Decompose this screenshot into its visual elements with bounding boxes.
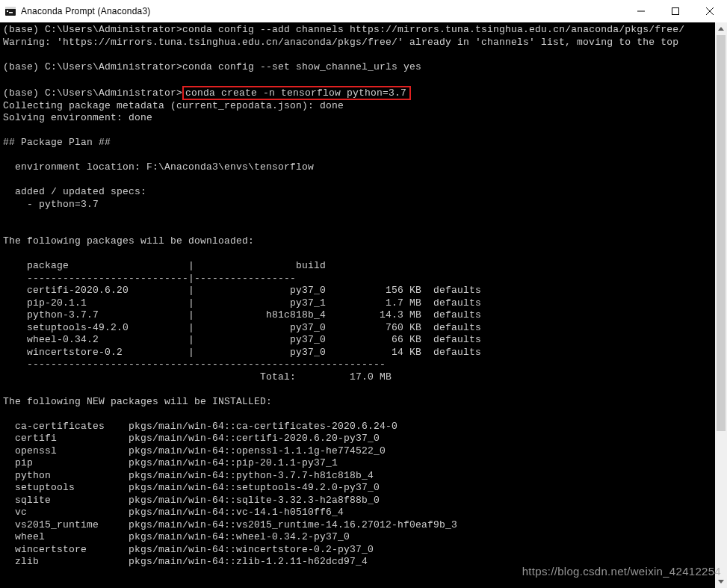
vertical-scrollbar[interactable] xyxy=(715,22,727,588)
terminal-prompt: (base) C:\Users\Administrator> xyxy=(3,61,182,72)
maximize-button[interactable] xyxy=(658,0,693,22)
install-row: python pkgs/main/win-64::python-3.7.7-h8… xyxy=(3,470,374,481)
terminal-command: conda config --add channels https://mirr… xyxy=(182,24,684,35)
downloads-header: The following packages will be downloade… xyxy=(3,235,254,247)
table-row: wheel-0.34.2 | py37_0 66 KB defaults xyxy=(3,334,481,345)
table-divider: ---------------------------|------------… xyxy=(3,273,296,284)
terminal-app-icon xyxy=(4,5,16,17)
install-row: setuptools pkgs/main/win-64::setuptools-… xyxy=(3,482,380,493)
install-row: openssl pkgs/main/win-64::openssl-1.1.1g… xyxy=(3,445,386,457)
terminal-warning: Warning: 'https://mirrors.tuna.tsinghua.… xyxy=(3,37,678,48)
svg-rect-3 xyxy=(9,12,13,13)
table-total: Total: 17.0 MB xyxy=(3,371,392,383)
env-location: environment location: F:\Anaconda3\envs\… xyxy=(3,161,314,173)
install-row: wincertstore pkgs/main/win-64::wincertst… xyxy=(3,544,374,555)
table-row: wincertstore-0.2 | py37_0 14 KB defaults xyxy=(3,347,481,358)
package-plan-header: ## Package Plan ## xyxy=(3,137,111,148)
window-titlebar[interactable]: Anaconda Prompt (Anaconda3) xyxy=(0,0,727,23)
table-header: package | build xyxy=(3,260,326,271)
minimize-button[interactable] xyxy=(624,0,658,22)
install-row: vs2015_runtime pkgs/main/win-64::vs2015_… xyxy=(3,519,457,530)
added-specs-item: - python=3.7 xyxy=(3,199,99,210)
install-row: ca-certificates pkgs/main/win-64::ca-cer… xyxy=(3,421,397,432)
install-row: zlib pkgs/main/win-64::zlib-1.2.11-h62dc… xyxy=(3,556,368,567)
install-row: certifi pkgs/main/win-64::certifi-2020.6… xyxy=(3,433,380,444)
svg-rect-2 xyxy=(7,10,8,12)
watermark-text: https://blog.csdn.net/weixin_42412254 xyxy=(522,565,721,578)
svg-rect-4 xyxy=(672,8,679,15)
terminal-command: conda config --set show_channel_urls yes xyxy=(182,61,421,72)
table-row: certifi-2020.6.20 | py37_0 156 KB defaul… xyxy=(3,285,481,296)
table-row: pip-20.1.1 | py37_1 1.7 MB defaults xyxy=(3,297,481,309)
install-row: pip pkgs/main/win-64::pip-20.1.1-py37_1 xyxy=(3,457,338,468)
scroll-up-button[interactable] xyxy=(715,22,727,35)
table-row: setuptools-49.2.0 | py37_0 760 KB defaul… xyxy=(3,322,481,333)
table-row: python-3.7.7 | h81c818b_4 14.3 MB defaul… xyxy=(3,309,481,321)
install-row: sqlite pkgs/main/win-64::sqlite-3.32.3-h… xyxy=(3,495,380,506)
window-title: Anaconda Prompt (Anaconda3) xyxy=(21,6,151,16)
added-specs-header: added / updated specs: xyxy=(3,186,146,197)
close-button[interactable] xyxy=(693,0,727,22)
terminal-output[interactable]: (base) C:\Users\Administrator>conda conf… xyxy=(0,22,727,588)
terminal-text: Solving environment: done xyxy=(3,112,152,123)
install-header: The following NEW packages will be INSTA… xyxy=(3,396,272,407)
scrollbar-thumb[interactable] xyxy=(717,35,726,431)
terminal-text: Collecting package metadata (current_rep… xyxy=(3,100,344,111)
terminal-prompt: (base) C:\Users\Administrator> xyxy=(3,24,182,35)
svg-rect-1 xyxy=(5,7,16,9)
highlighted-command: conda create -n tensorflow python=3.7 xyxy=(182,86,411,100)
install-row: vc pkgs/main/win-64::vc-14.1-h0510ff6_4 xyxy=(3,507,344,518)
install-row: wheel pkgs/main/win-64::wheel-0.34.2-py3… xyxy=(3,531,350,542)
table-divider: ----------------------------------------… xyxy=(3,359,386,370)
terminal-prompt: (base) C:\Users\Administrator> xyxy=(3,87,182,99)
